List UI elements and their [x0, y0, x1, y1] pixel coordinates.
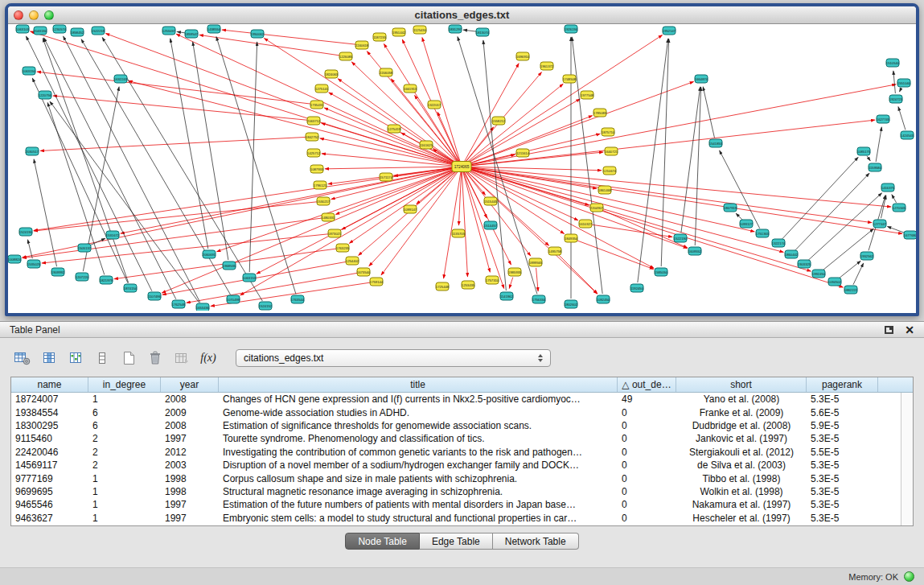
network-node[interactable]: 1609552	[688, 247, 702, 255]
network-node[interactable]: 1159580	[869, 163, 882, 171]
network-node[interactable]: 2043184	[34, 27, 47, 35]
table-settings-button[interactable]	[11, 348, 34, 369]
function-builder-button[interactable]: f(x)	[197, 348, 220, 369]
network-node[interactable]: 1748508	[563, 75, 577, 83]
close-panel-icon[interactable]: ✕	[905, 324, 914, 336]
network-node[interactable]: 1802602	[565, 300, 578, 308]
network-node[interactable]: 1141962	[500, 292, 514, 300]
network-node[interactable]: 1585050	[655, 268, 668, 276]
network-node[interactable]: 1632243	[114, 75, 128, 83]
network-node[interactable]: 1515445	[484, 197, 498, 205]
network-node[interactable]: 1253435	[462, 281, 475, 289]
network-node[interactable]: 1254402	[346, 257, 359, 265]
network-node[interactable]: 1531672	[106, 231, 120, 239]
network-node[interactable]: 1867919	[724, 204, 737, 212]
network-node[interactable]: 1661913	[404, 84, 417, 93]
column-header-name[interactable]: name	[11, 377, 88, 392]
network-node[interactable]: 1425712	[307, 149, 321, 157]
network-node[interactable]: 1952147	[663, 27, 676, 35]
column-header-year[interactable]: year	[161, 377, 219, 392]
tab-node-table[interactable]: Node Table	[345, 533, 420, 550]
network-node[interactable]: 1653436	[196, 303, 210, 311]
edit-columns-button[interactable]	[64, 348, 87, 369]
table-row[interactable]: 1872400712008Changes of HCN gene express…	[11, 393, 913, 406]
table-row[interactable]: 946554611997Estimation of the future num…	[11, 498, 913, 511]
network-node[interactable]: 1322174	[772, 239, 786, 247]
table-row[interactable]: 1938455462009Genome-wide association stu…	[11, 406, 913, 418]
network-node[interactable]: 1762548	[172, 300, 186, 308]
network-node[interactable]: 1253437	[162, 27, 176, 35]
table-row[interactable]: 911546021997Tourette syndrome. Phenomeno…	[11, 432, 913, 445]
network-node[interactable]: 1903325	[798, 260, 811, 268]
minimize-window-icon[interactable]	[29, 10, 39, 20]
network-node[interactable]: 1751363	[756, 229, 770, 237]
network-node[interactable]: 1992450	[812, 270, 826, 278]
network-node[interactable]: 1092450	[597, 295, 610, 303]
network-node[interactable]: 1524190	[19, 228, 33, 236]
network-node[interactable]: 1085175	[857, 147, 871, 155]
column-header-short[interactable]: short	[676, 377, 807, 392]
network-node[interactable]: 1087933	[310, 165, 324, 173]
network-node[interactable]: 2030517	[26, 147, 39, 155]
network-node[interactable]: 1008824	[8, 255, 22, 263]
network-node[interactable]: 1277447	[873, 220, 887, 228]
network-node[interactable]: 2204907	[590, 204, 604, 212]
row-options-button[interactable]	[91, 348, 113, 369]
network-graph[interactable]: 1724065182406312751411735431206371218427…	[8, 24, 916, 311]
network-node[interactable]: 1230574	[53, 25, 67, 33]
table-row[interactable]: 969969511998Structural magnetic resonanc…	[11, 485, 913, 498]
network-node[interactable]: 1505137	[78, 244, 92, 252]
column-header-pagerank[interactable]: pagerank	[807, 377, 878, 392]
network-table-select[interactable]: citations_edges.txt	[236, 349, 551, 367]
network-node[interactable]: 1985935	[508, 268, 522, 276]
network-node[interactable]: 1211614	[516, 149, 530, 157]
network-node[interactable]: 1724065	[452, 162, 471, 172]
import-table-button[interactable]	[170, 348, 193, 369]
network-node[interactable]: 1977548	[581, 91, 594, 99]
table-vertical-scrollbar[interactable]	[901, 393, 913, 525]
network-node[interactable]: 1824063	[325, 70, 339, 78]
network-node[interactable]: 1524152	[259, 302, 273, 310]
network-node[interactable]: 1899565	[529, 258, 543, 266]
network-node[interactable]: 1063153	[243, 274, 257, 282]
network-node[interactable]: 1093127	[740, 220, 754, 228]
network-node[interactable]: 1924723	[889, 95, 903, 103]
network-node[interactable]: 1696910	[516, 52, 530, 60]
table-row[interactable]: 1830029562008Estimation of significance …	[11, 419, 913, 432]
network-node[interactable]: 1951442	[392, 28, 406, 36]
network-node[interactable]: 1873021	[328, 229, 342, 237]
column-header-title[interactable]: title	[219, 377, 618, 392]
network-node[interactable]: 1909992	[51, 268, 65, 276]
table-row[interactable]: 977716911998Corpus callosum shape and si…	[11, 472, 913, 484]
network-node[interactable]: 1757310	[486, 276, 499, 284]
network-node[interactable]: 1859547	[185, 30, 199, 38]
network-node[interactable]: 1813074	[476, 28, 490, 36]
network-node[interactable]: 1275419	[388, 125, 401, 133]
column-header-out_degree[interactable]: △ out_de…	[618, 377, 676, 392]
network-node[interactable]: 1756334	[532, 295, 546, 303]
network-node[interactable]: 1192450	[630, 284, 644, 292]
network-node[interactable]: 1842752	[306, 133, 319, 141]
network-node[interactable]: 1763235	[336, 244, 350, 252]
float-panel-icon[interactable]	[885, 326, 893, 334]
network-node[interactable]: 1759144	[370, 278, 384, 286]
network-node[interactable]: 1551040	[897, 79, 911, 87]
network-node[interactable]: 1763544	[291, 295, 305, 303]
network-node[interactable]: 1796121	[314, 181, 327, 189]
network-node[interactable]: 1495758	[548, 247, 562, 255]
network-node[interactable]: 1416375	[881, 183, 895, 192]
network-node[interactable]: 1480331	[322, 213, 335, 221]
network-node[interactable]: 1135705	[452, 229, 466, 237]
network-node[interactable]: 1571174	[380, 173, 393, 181]
network-node[interactable]: 1858452	[71, 28, 84, 36]
network-node[interactable]: 1849354	[565, 234, 578, 242]
network-node[interactable]: 1860442	[785, 250, 799, 258]
network-node[interactable]: 2060691	[203, 250, 216, 258]
network-node[interactable]: 1226085	[339, 52, 353, 60]
network-node[interactable]: 1882222	[844, 286, 858, 294]
network-node[interactable]: 1968535	[223, 262, 236, 270]
table-row[interactable]: 1456911722003Disruption of a novel membe…	[11, 459, 913, 472]
network-node[interactable]: 1107496	[148, 292, 162, 300]
network-node[interactable]: 1961372	[540, 62, 554, 70]
network-node[interactable]: 1438554	[207, 25, 221, 33]
